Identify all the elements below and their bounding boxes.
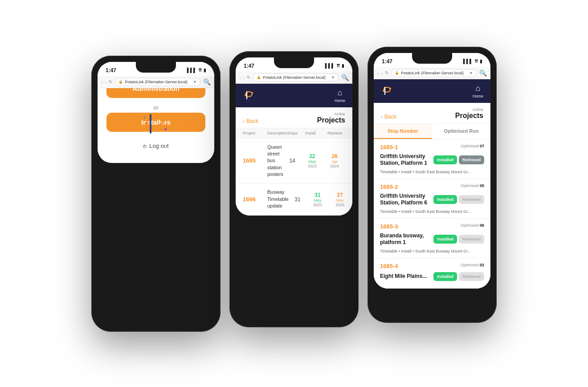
- stop-actions-1685-2: Installed Retrieved: [433, 195, 484, 204]
- projects-name-2: Projects: [317, 116, 345, 124]
- project-id-1685: 1685: [243, 157, 267, 164]
- brand-name: potatolink: [133, 145, 179, 157]
- col-project: Project: [243, 131, 267, 135]
- svg-point-7: [390, 88, 392, 90]
- url-bar-3[interactable]: 🔒 PotatoLink (Filemaker-Server.local) ▼: [391, 69, 477, 77]
- reload-icon-1[interactable]: ↻: [109, 79, 112, 84]
- tab-bar-3: Stop Number Optimised Run: [374, 124, 490, 139]
- url-dropdown-2[interactable]: ▼: [331, 75, 335, 80]
- svg-point-1: [163, 117, 165, 120]
- installed-btn-1685-3[interactable]: Installed: [433, 235, 457, 244]
- search-icon-2[interactable]: 🔍: [341, 74, 349, 81]
- stop-name-1685-1: Griffith UniversityStation, Platform 1: [380, 153, 427, 167]
- stop-actions-1685-1: Installed Retrieved: [433, 155, 484, 164]
- url-bar-1[interactable]: 🔒 PotatoLink (Filemaker-Server.local) ▼: [115, 78, 200, 86]
- projects-header-3: ‹ Back Active Projects: [374, 103, 490, 124]
- stop-row-1685-3[interactable]: 1685-3 Optimised 06 Buranda busway,platf…: [374, 219, 490, 258]
- url-text-1: PotatoLink (Filemaker-Server.local): [125, 80, 191, 84]
- reload-icon-3[interactable]: ↻: [385, 70, 388, 75]
- installed-btn-1685-2[interactable]: Installed: [433, 195, 457, 204]
- table-header-2: Project Description Stops Install Retrie…: [236, 128, 352, 139]
- app-logo-2: [243, 89, 259, 102]
- signal-icon-3: ▌▌▌: [463, 59, 473, 64]
- brand-sub: SERVICES: [139, 159, 173, 163]
- notch-2: [274, 57, 314, 68]
- retrieved-btn-1685-4[interactable]: Retrieved: [459, 272, 484, 281]
- col-desc: Description: [267, 131, 287, 135]
- projects-name-3: Projects: [455, 112, 483, 119]
- reload-icon-2[interactable]: ↻: [247, 75, 250, 80]
- time-3: 1:47: [382, 58, 392, 65]
- back-label-3: Back: [384, 114, 396, 120]
- nav-back-icon-2[interactable]: ‹: [239, 74, 241, 81]
- stop-id-1685-1: 1685-1: [380, 144, 398, 151]
- stop-row-1685-2[interactable]: 1685-2 Optimised 05 Griffith UniversityS…: [374, 179, 490, 219]
- nav-back-icon-3[interactable]: ‹: [377, 69, 380, 77]
- stop-id-1685-2: 1685-2: [380, 183, 398, 190]
- home-icon-3: ⌂: [476, 84, 481, 93]
- potatolink-logo: [138, 106, 174, 142]
- url-dropdown-3[interactable]: ▼: [469, 71, 473, 75]
- signal-icon-2: ▌▌▌: [325, 63, 335, 68]
- retrieved-btn-1685-2[interactable]: Retrieved: [459, 195, 484, 204]
- nav-fwd-icon-1[interactable]: ›: [105, 78, 107, 86]
- app-nav-2: ⌂ Home: [236, 84, 352, 107]
- home-nav-3[interactable]: ⌂ Home: [473, 84, 483, 98]
- notch: [136, 62, 176, 73]
- app-nav-3: ⌂ Home: [374, 79, 490, 103]
- home-nav-2[interactable]: ⌂ Home: [335, 88, 345, 103]
- browser-nav-3: ‹ › ↻: [377, 69, 388, 77]
- nav-fwd-icon-2[interactable]: ›: [243, 74, 245, 81]
- search-icon-3[interactable]: 🔍: [479, 69, 487, 77]
- project-desc-1685: Queen street bus station posters: [267, 144, 283, 178]
- login-content: potatolink SERVICES Log in Administratio…: [98, 88, 214, 163]
- administration-button[interactable]: Administration: [106, 88, 205, 98]
- optimised-1685-2: Optimised 05: [461, 183, 484, 188]
- status-icons-3: ▌▌▌ ⇈ ▮: [463, 59, 482, 64]
- retrieved-btn-1685-3[interactable]: Retrieved: [459, 235, 484, 244]
- phone-projects: 1:47 ▌▌▌ ⇈ ▮ ‹ › ↻ 🔒 PotatoLink (Filemak…: [229, 51, 359, 327]
- status-icons-2: ▌▌▌ ⇈ ▮: [325, 63, 344, 68]
- url-text-3: PotatoLink (Filemaker-Server.local): [401, 71, 467, 75]
- app-logo-3: [381, 85, 397, 97]
- nav-fwd-icon-3[interactable]: ›: [381, 69, 384, 77]
- browser-bar-1: ‹ › ↻ 🔒 PotatoLink (Filemaker-Server.loc…: [98, 76, 214, 88]
- retrieved-btn-1685-1[interactable]: Retrieved: [459, 155, 484, 164]
- projects-title-2: Active Projects: [317, 112, 345, 124]
- battery-icon-1: ▮: [204, 68, 206, 73]
- project-row-1685[interactable]: 1685 Queen street bus station posters 14…: [236, 139, 352, 184]
- stop-tags-1685-3: Timetable • Install • South East Busway …: [380, 249, 484, 253]
- installed-btn-1685-4[interactable]: Installed: [433, 272, 457, 281]
- back-button-3[interactable]: ‹ Back: [381, 114, 396, 120]
- stop-tags-1685-2: Timetable • Install • South East Busway …: [380, 209, 484, 214]
- stop-name-1685-2: Griffith UniversityStation, Platform 6: [380, 193, 427, 207]
- wifi-icon-1: ⇈: [198, 68, 202, 73]
- nav-back-icon-1[interactable]: ‹: [101, 78, 103, 86]
- tab-stop-number[interactable]: Stop Number: [374, 124, 432, 139]
- time-1: 1:47: [106, 67, 116, 73]
- col-retrieve: Retrieve: [327, 131, 350, 135]
- lock-icon-1: 🔒: [118, 80, 123, 84]
- url-text-2: PotatoLink (Filemaker-Server.local): [263, 75, 329, 80]
- url-bar-2[interactable]: 🔒 PotatoLink (Filemaker-Server.local) ▼: [253, 73, 339, 81]
- stop-actions-1685-4: Installed Retrieved: [433, 272, 484, 281]
- stop-row-1685-4[interactable]: 1685-4 Optimised 02 Eight Mile Plains...…: [374, 258, 490, 289]
- project-row-1696[interactable]: 1696 Busway Timetable update 31 31 May 2…: [236, 183, 352, 215]
- tab-optimised-run[interactable]: Optimised Run: [432, 124, 490, 139]
- url-dropdown-1[interactable]: ▼: [193, 80, 197, 84]
- back-button-2[interactable]: ‹ Back: [243, 118, 258, 124]
- stop-row-1685-1[interactable]: 1685-1 Optimised 07 Griffith UniversityS…: [374, 139, 490, 179]
- active-label-3: Active: [455, 107, 483, 112]
- installed-btn-1685-1[interactable]: Installed: [433, 155, 457, 164]
- wifi-icon-3: ⇈: [474, 59, 478, 64]
- browser-bar-2: ‹ › ↻ 🔒 PotatoLink (Filemaker-Server.loc…: [236, 72, 352, 84]
- stops-list: 1685-1 Optimised 07 Griffith UniversityS…: [374, 139, 490, 289]
- browser-nav-2: ‹ › ↻: [239, 74, 250, 81]
- search-icon-1[interactable]: 🔍: [203, 78, 211, 86]
- project-stops-1685: 14: [283, 158, 301, 164]
- stop-name-1685-3: Buranda busway,platform 1: [380, 232, 424, 246]
- browser-bar-3: ‹ › ↻ 🔒 PotatoLink (Filemaker-Server.loc…: [374, 67, 490, 79]
- projects-header-2: ‹ Back Active Projects: [236, 107, 352, 128]
- logo-area: potatolink SERVICES: [133, 106, 179, 163]
- optimised-1685-4: Optimised 02: [461, 263, 484, 267]
